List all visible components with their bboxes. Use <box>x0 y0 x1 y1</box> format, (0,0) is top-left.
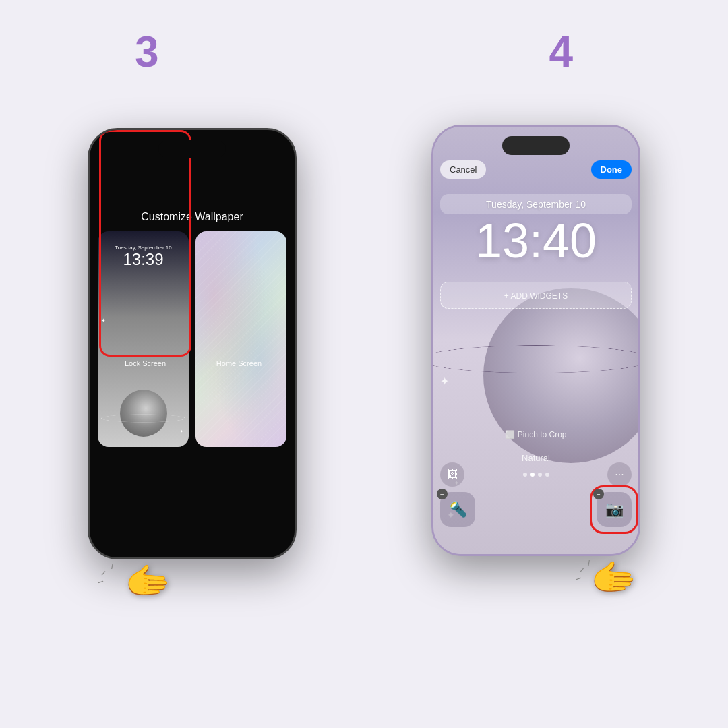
sparkle-2: ✦ <box>180 429 183 433</box>
date-text-4: Tuesday, September 10 <box>486 199 586 210</box>
dynamic-island-3 <box>158 140 226 158</box>
dot-2 <box>530 473 535 477</box>
hand-area-4: 🫱 / / / <box>431 556 640 624</box>
dot-3 <box>538 473 542 477</box>
add-widgets-text: + ADD WIDGETS <box>504 291 568 301</box>
cancel-button[interactable]: Cancel <box>440 160 486 179</box>
main-container: 3 4 Customize Wallpaper Tuesday, Septemb… <box>0 0 728 728</box>
gallery-button[interactable]: 🖼 <box>440 462 464 487</box>
thumb-time: 13:39 <box>98 250 189 269</box>
click-spark-5: / <box>580 566 585 574</box>
screen-4: ✦ ✦ ✦ Cancel Done Tuesday, September 10 … <box>433 127 638 554</box>
dynamic-island-4 <box>502 136 570 155</box>
wallpaper-options: Tuesday, September 10 13:39 ✦ ✦ <box>98 231 286 447</box>
bottom-toolbar-4: 🖼 ··· <box>440 462 632 487</box>
screen-3: Customize Wallpaper Tuesday, September 1… <box>90 130 295 557</box>
phone-3-section: Customize Wallpaper Tuesday, September 1… <box>88 128 297 620</box>
dot-indicator <box>523 473 549 477</box>
date-bar-4: Tuesday, September 10 <box>440 194 632 214</box>
add-widgets-bar[interactable]: + ADD WIDGETS <box>440 282 632 309</box>
hand-cursor-3: 🫱 <box>125 559 171 603</box>
sparkle-1: ✦ <box>101 317 106 324</box>
lock-screen-label: Lock Screen <box>125 359 166 367</box>
click-spark-6: / <box>575 576 582 582</box>
dot-4 <box>545 473 549 477</box>
more-button[interactable]: ··· <box>607 462 632 487</box>
hand-cursor-4: 🫱 <box>590 556 637 600</box>
sparkle-a: ✦ <box>440 375 449 388</box>
natural-label: Natural <box>433 453 638 463</box>
click-spark-1: / <box>111 563 113 570</box>
customize-title: Customize Wallpaper <box>90 211 295 223</box>
quick-actions: − 🔦 − 📷 <box>440 492 632 527</box>
step-3-number: 3 <box>135 27 159 77</box>
time-display-4: 13:40 <box>433 213 638 268</box>
wallpaper-labels: Lock Screen Home Screen <box>102 357 282 369</box>
click-spark-3: / <box>97 580 104 585</box>
phone-4-frame: ✦ ✦ ✦ Cancel Done Tuesday, September 10 … <box>431 125 640 556</box>
home-screen-label: Home Screen <box>216 359 262 367</box>
camera-button[interactable]: − 📷 <box>597 492 632 527</box>
bg-orbit <box>433 346 638 373</box>
home-screen-thumb[interactable] <box>195 231 286 447</box>
lock-screen-thumb[interactable]: Tuesday, September 10 13:39 ✦ ✦ <box>98 231 189 447</box>
hand-area-3: 🫱 / / / <box>88 559 297 620</box>
minus-badge-flashlight: − <box>437 489 448 499</box>
step-4-number: 4 <box>549 27 573 77</box>
flashlight-button[interactable]: − 🔦 <box>440 492 475 527</box>
click-spark-4: / <box>588 559 590 567</box>
camera-action-wrapper: − 📷 <box>597 492 632 527</box>
top-bar-4: Cancel Done <box>440 160 632 179</box>
minus-badge-camera: − <box>593 489 604 499</box>
pinch-to-crop: ⬜ Pinch to Crop <box>505 430 566 439</box>
phone-3-frame: Customize Wallpaper Tuesday, September 1… <box>88 128 297 559</box>
click-spark-2: / <box>100 570 106 577</box>
dot-1 <box>523 473 527 477</box>
phone-4-section: ✦ ✦ ✦ Cancel Done Tuesday, September 10 … <box>431 125 640 624</box>
done-button[interactable]: Done <box>591 160 632 179</box>
